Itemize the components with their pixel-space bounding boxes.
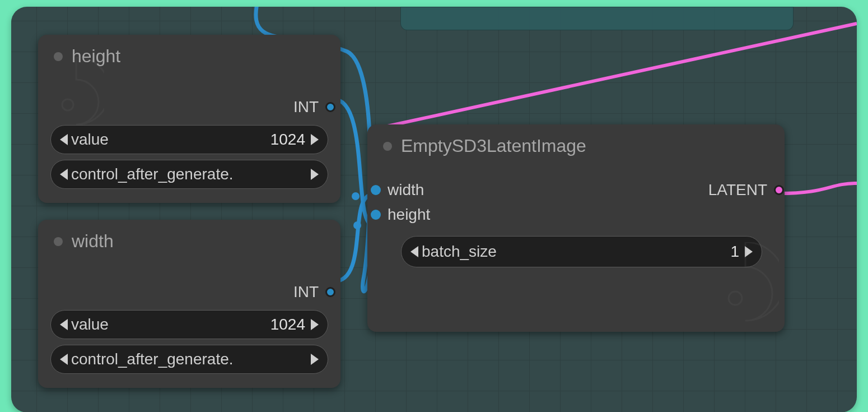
chevron-right-icon[interactable] bbox=[311, 354, 319, 365]
status-dot-icon bbox=[383, 142, 392, 151]
node-empty-sd3-latent-image[interactable]: EmptySD3LatentImage width height LATENT … bbox=[367, 124, 785, 332]
widget-label: batch_size bbox=[418, 243, 725, 261]
input-row-width[interactable]: width bbox=[367, 178, 699, 202]
leaf-icon bbox=[43, 57, 104, 130]
widget-label: control_after_generate. bbox=[68, 165, 311, 183]
chevron-left-icon[interactable] bbox=[60, 169, 68, 180]
widget-control-after-generate[interactable]: control_after_generate. bbox=[50, 345, 328, 374]
chevron-left-icon[interactable] bbox=[410, 246, 418, 257]
node-title: width bbox=[38, 220, 340, 255]
chevron-left-icon[interactable] bbox=[60, 134, 68, 145]
node-title-text: width bbox=[72, 231, 114, 252]
output-row[interactable]: INT bbox=[38, 280, 340, 304]
port-out-latent[interactable] bbox=[774, 185, 784, 195]
output-row[interactable]: LATENT bbox=[699, 178, 785, 202]
port-out-int[interactable] bbox=[325, 102, 335, 112]
widget-value-text: 1024 bbox=[265, 131, 311, 149]
chevron-right-icon[interactable] bbox=[311, 319, 319, 330]
port-in-int[interactable] bbox=[371, 210, 381, 220]
node-title-text: EmptySD3LatentImage bbox=[401, 136, 586, 156]
widget-value[interactable]: value 1024 bbox=[50, 310, 328, 339]
widget-label: value bbox=[68, 316, 265, 334]
output-label: INT bbox=[293, 98, 319, 116]
chevron-right-icon[interactable] bbox=[311, 134, 319, 145]
canvas-frame: height INT value 1024 control_after_gene… bbox=[11, 7, 857, 412]
widget-value-text: 1024 bbox=[265, 316, 311, 334]
widget-control-after-generate[interactable]: control_after_generate. bbox=[50, 160, 328, 189]
leaf-icon bbox=[706, 242, 779, 326]
chevron-left-icon[interactable] bbox=[60, 319, 68, 330]
collapsed-panel[interactable] bbox=[400, 7, 794, 30]
node-title: EmptySD3LatentImage bbox=[367, 124, 785, 160]
svg-point-2 bbox=[62, 99, 73, 110]
input-label: width bbox=[388, 181, 424, 199]
widget-label: value bbox=[68, 131, 265, 149]
chevron-right-icon[interactable] bbox=[311, 169, 319, 180]
node-height[interactable]: height INT value 1024 control_after_gene… bbox=[38, 35, 340, 203]
input-label: height bbox=[388, 206, 430, 224]
node-width[interactable]: width INT value 1024 control_after_gener… bbox=[38, 220, 340, 388]
output-label: INT bbox=[293, 283, 319, 301]
chevron-left-icon[interactable] bbox=[60, 354, 68, 365]
port-in-int[interactable] bbox=[371, 185, 381, 195]
widget-label: control_after_generate. bbox=[68, 350, 311, 368]
svg-point-3 bbox=[729, 291, 742, 305]
input-row-height[interactable]: height bbox=[367, 202, 699, 227]
output-label: LATENT bbox=[708, 181, 767, 199]
port-out-int[interactable] bbox=[325, 287, 335, 297]
status-dot-icon bbox=[54, 237, 63, 246]
